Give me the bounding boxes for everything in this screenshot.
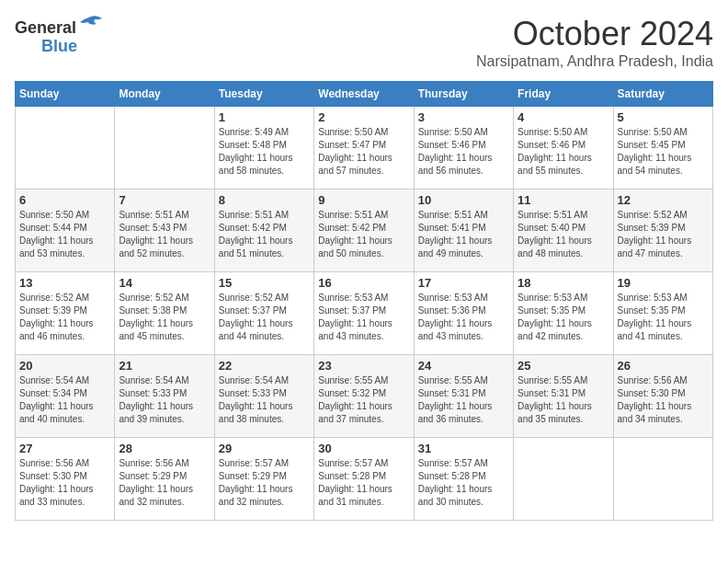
calendar-cell — [16, 107, 115, 190]
calendar-cell: 28Sunrise: 5:56 AMSunset: 5:29 PMDayligh… — [115, 438, 214, 521]
day-number: 20 — [19, 359, 110, 373]
calendar-cell: 10Sunrise: 5:51 AMSunset: 5:41 PMDayligh… — [414, 190, 513, 272]
day-detail: Sunrise: 5:50 AMSunset: 5:45 PMDaylight:… — [618, 126, 709, 178]
day-number: 26 — [618, 359, 709, 373]
day-number: 23 — [318, 359, 409, 373]
calendar-cell: 2Sunrise: 5:50 AMSunset: 5:47 PMDaylight… — [314, 107, 414, 190]
day-number: 27 — [19, 442, 110, 455]
calendar-header-saturday: Saturday — [613, 82, 712, 107]
day-number: 13 — [19, 276, 110, 290]
calendar-week-1: 1Sunrise: 5:49 AMSunset: 5:48 PMDaylight… — [16, 107, 713, 190]
calendar-cell: 11Sunrise: 5:51 AMSunset: 5:40 PMDayligh… — [514, 190, 613, 272]
calendar-cell — [613, 438, 712, 521]
day-detail: Sunrise: 5:57 AMSunset: 5:28 PMDaylight:… — [418, 457, 509, 509]
calendar-cell: 9Sunrise: 5:51 AMSunset: 5:42 PMDaylight… — [314, 190, 414, 272]
day-number: 5 — [618, 110, 709, 124]
day-detail: Sunrise: 5:56 AMSunset: 5:30 PMDaylight:… — [19, 457, 110, 509]
logo-blue-text: Blue — [41, 37, 77, 56]
day-number: 22 — [219, 359, 310, 373]
day-detail: Sunrise: 5:50 AMSunset: 5:46 PMDaylight:… — [418, 126, 509, 178]
calendar-cell: 30Sunrise: 5:57 AMSunset: 5:28 PMDayligh… — [314, 438, 414, 521]
calendar-cell — [115, 107, 214, 190]
calendar-cell: 5Sunrise: 5:50 AMSunset: 5:45 PMDaylight… — [613, 107, 712, 190]
day-number: 15 — [219, 276, 310, 290]
calendar-cell: 29Sunrise: 5:57 AMSunset: 5:29 PMDayligh… — [214, 438, 313, 521]
day-number: 28 — [119, 442, 210, 455]
calendar-week-3: 13Sunrise: 5:52 AMSunset: 5:39 PMDayligh… — [16, 272, 713, 355]
logo-general-text: General — [15, 18, 76, 38]
calendar-cell: 19Sunrise: 5:53 AMSunset: 5:35 PMDayligh… — [613, 272, 712, 355]
calendar-cell: 17Sunrise: 5:53 AMSunset: 5:36 PMDayligh… — [414, 272, 513, 355]
calendar-header-wednesday: Wednesday — [314, 82, 414, 107]
day-number: 30 — [318, 442, 409, 455]
day-detail: Sunrise: 5:55 AMSunset: 5:32 PMDaylight:… — [318, 374, 409, 426]
calendar-header-row: SundayMondayTuesdayWednesdayThursdayFrid… — [16, 82, 713, 107]
calendar-cell: 26Sunrise: 5:56 AMSunset: 5:30 PMDayligh… — [613, 355, 712, 438]
day-detail: Sunrise: 5:56 AMSunset: 5:30 PMDaylight:… — [618, 374, 709, 426]
day-number: 11 — [518, 193, 609, 207]
day-number: 14 — [119, 276, 210, 290]
day-number: 24 — [418, 359, 509, 373]
day-number: 2 — [318, 110, 409, 124]
day-number: 7 — [119, 193, 210, 207]
day-detail: Sunrise: 5:51 AMSunset: 5:40 PMDaylight:… — [518, 209, 609, 260]
day-detail: Sunrise: 5:54 AMSunset: 5:33 PMDaylight:… — [219, 374, 310, 426]
day-detail: Sunrise: 5:51 AMSunset: 5:42 PMDaylight:… — [219, 209, 310, 260]
day-detail: Sunrise: 5:53 AMSunset: 5:37 PMDaylight:… — [318, 292, 409, 343]
day-number: 12 — [618, 193, 709, 207]
day-detail: Sunrise: 5:54 AMSunset: 5:34 PMDaylight:… — [19, 374, 110, 426]
calendar-cell: 21Sunrise: 5:54 AMSunset: 5:33 PMDayligh… — [115, 355, 214, 438]
calendar-cell: 15Sunrise: 5:52 AMSunset: 5:37 PMDayligh… — [214, 272, 313, 355]
day-detail: Sunrise: 5:51 AMSunset: 5:41 PMDaylight:… — [418, 209, 509, 260]
calendar-header-friday: Friday — [514, 82, 613, 107]
calendar-week-4: 20Sunrise: 5:54 AMSunset: 5:34 PMDayligh… — [16, 355, 713, 438]
day-detail: Sunrise: 5:57 AMSunset: 5:29 PMDaylight:… — [219, 457, 310, 509]
day-number: 8 — [219, 193, 310, 207]
day-detail: Sunrise: 5:50 AMSunset: 5:46 PMDaylight:… — [518, 126, 609, 178]
calendar-cell: 31Sunrise: 5:57 AMSunset: 5:28 PMDayligh… — [414, 438, 513, 521]
calendar-header-thursday: Thursday — [414, 82, 513, 107]
calendar-cell: 8Sunrise: 5:51 AMSunset: 5:42 PMDaylight… — [214, 190, 313, 272]
day-detail: Sunrise: 5:53 AMSunset: 5:35 PMDaylight:… — [518, 292, 609, 343]
calendar-cell: 24Sunrise: 5:55 AMSunset: 5:31 PMDayligh… — [414, 355, 513, 438]
day-detail: Sunrise: 5:53 AMSunset: 5:35 PMDaylight:… — [618, 292, 709, 343]
calendar-header-sunday: Sunday — [16, 82, 115, 107]
day-number: 1 — [219, 110, 310, 124]
day-detail: Sunrise: 5:52 AMSunset: 5:38 PMDaylight:… — [119, 292, 210, 343]
calendar-header-monday: Monday — [115, 82, 214, 107]
title-section: October 2024 Narsipatnam, Andhra Pradesh… — [476, 15, 713, 70]
calendar-week-2: 6Sunrise: 5:50 AMSunset: 5:44 PMDaylight… — [16, 190, 713, 272]
calendar-cell: 16Sunrise: 5:53 AMSunset: 5:37 PMDayligh… — [314, 272, 414, 355]
calendar-cell: 18Sunrise: 5:53 AMSunset: 5:35 PMDayligh… — [514, 272, 613, 355]
calendar-cell: 27Sunrise: 5:56 AMSunset: 5:30 PMDayligh… — [16, 438, 115, 521]
day-number: 18 — [518, 276, 609, 290]
calendar-cell: 1Sunrise: 5:49 AMSunset: 5:48 PMDaylight… — [214, 107, 313, 190]
day-number: 17 — [418, 276, 509, 290]
day-detail: Sunrise: 5:57 AMSunset: 5:28 PMDaylight:… — [318, 457, 409, 509]
calendar-header-tuesday: Tuesday — [214, 82, 313, 107]
calendar-cell: 14Sunrise: 5:52 AMSunset: 5:38 PMDayligh… — [115, 272, 214, 355]
calendar-cell: 20Sunrise: 5:54 AMSunset: 5:34 PMDayligh… — [16, 355, 115, 438]
logo-bird-icon — [78, 15, 104, 40]
location-title: Narsipatnam, Andhra Pradesh, India — [476, 53, 713, 70]
calendar-week-5: 27Sunrise: 5:56 AMSunset: 5:30 PMDayligh… — [16, 438, 713, 521]
day-number: 4 — [518, 110, 609, 124]
calendar-cell — [514, 438, 613, 521]
calendar-cell: 25Sunrise: 5:55 AMSunset: 5:31 PMDayligh… — [514, 355, 613, 438]
logo: General Blue — [15, 15, 104, 56]
calendar-cell: 6Sunrise: 5:50 AMSunset: 5:44 PMDaylight… — [16, 190, 115, 272]
calendar-cell: 4Sunrise: 5:50 AMSunset: 5:46 PMDaylight… — [514, 107, 613, 190]
calendar: SundayMondayTuesdayWednesdayThursdayFrid… — [15, 81, 713, 521]
day-detail: Sunrise: 5:51 AMSunset: 5:43 PMDaylight:… — [119, 209, 210, 260]
day-detail: Sunrise: 5:55 AMSunset: 5:31 PMDaylight:… — [418, 374, 509, 426]
day-detail: Sunrise: 5:54 AMSunset: 5:33 PMDaylight:… — [119, 374, 210, 426]
calendar-cell: 3Sunrise: 5:50 AMSunset: 5:46 PMDaylight… — [414, 107, 513, 190]
calendar-cell: 22Sunrise: 5:54 AMSunset: 5:33 PMDayligh… — [214, 355, 313, 438]
day-number: 9 — [318, 193, 409, 207]
day-detail: Sunrise: 5:52 AMSunset: 5:39 PMDaylight:… — [618, 209, 709, 260]
day-detail: Sunrise: 5:55 AMSunset: 5:31 PMDaylight:… — [518, 374, 609, 426]
calendar-cell: 7Sunrise: 5:51 AMSunset: 5:43 PMDaylight… — [115, 190, 214, 272]
day-detail: Sunrise: 5:52 AMSunset: 5:39 PMDaylight:… — [19, 292, 110, 343]
calendar-cell: 23Sunrise: 5:55 AMSunset: 5:32 PMDayligh… — [314, 355, 414, 438]
day-detail: Sunrise: 5:51 AMSunset: 5:42 PMDaylight:… — [318, 209, 409, 260]
